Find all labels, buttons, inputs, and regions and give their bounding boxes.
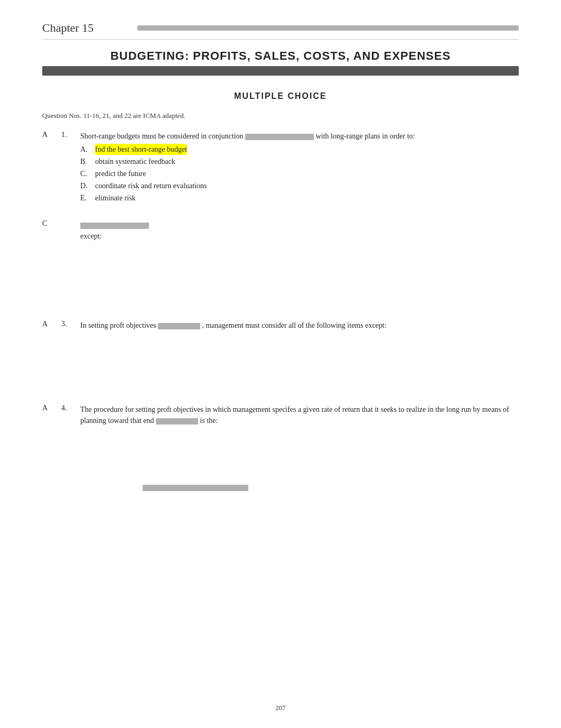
question-row-1: A 1. Short-range budgets must be conside… <box>42 131 519 205</box>
page-number: 207 <box>0 704 561 712</box>
q4-spacer <box>42 441 519 483</box>
answer-1: A <box>42 131 61 139</box>
q3-redact-mid <box>158 323 200 329</box>
q2-redact-prefix <box>80 223 149 229</box>
number-3: 3. <box>61 320 80 328</box>
chapter-title: Chapter 15 <box>42 21 127 35</box>
choice-label-1e: E. <box>80 192 95 204</box>
choice-text-1b: obtain systematic feedback <box>95 156 175 167</box>
q2-spacer <box>42 256 519 320</box>
choice-label-1a: A. <box>80 144 95 155</box>
choice-1c: C. predict the future <box>80 168 519 179</box>
question-block-1: A 1. Short-range budgets must be conside… <box>42 131 519 205</box>
question-content-4: The procedure for setting proft objectiv… <box>80 404 519 426</box>
q1-choices: A. fnd the best short-range budget B. ob… <box>80 144 519 204</box>
q4-redact-end <box>156 418 198 425</box>
choice-text-1d: coordinate risk and return evaluations <box>95 180 207 191</box>
q4-text-main: The procedure for setting proft objectiv… <box>80 406 509 425</box>
section-title: BUDGETING: PROFITS, SALES, COSTS, AND EX… <box>42 49 519 63</box>
question-row-4: A 4. The procedure for setting proft obj… <box>42 404 519 426</box>
choice-text-1a: fnd the best short-range budget <box>95 144 187 155</box>
q1-text-before: Short-range budgets must be considered i… <box>80 132 245 140</box>
q3-spacer <box>42 346 519 404</box>
q3-text-after: , management must consider all of the fo… <box>202 321 386 329</box>
question-content-2: except: <box>80 219 519 242</box>
number-4: 4. <box>61 404 80 412</box>
bottom-redact-area <box>143 483 519 492</box>
answer-2: C <box>42 219 61 228</box>
question-content-3: In setting proft objectives , management… <box>80 320 519 331</box>
q1-text-after: with long-range plans in order to: <box>316 132 415 140</box>
q4-text-isthe: is the: <box>200 417 218 425</box>
choice-1d: D. coordinate risk and return evaluation… <box>80 180 519 191</box>
chapter-progress-bar <box>137 25 519 31</box>
answer-4: A <box>42 404 61 412</box>
choice-text-1e: eliminate risk <box>95 192 136 204</box>
question-row-3: A 3. In setting proft objectives , manag… <box>42 320 519 331</box>
question-block-2: C except: <box>42 219 519 242</box>
choice-text-1c: predict the future <box>95 168 146 179</box>
choice-label-1b: B. <box>80 156 95 167</box>
question-content-1: Short-range budgets must be considered i… <box>80 131 519 205</box>
bottom-redact <box>143 485 248 491</box>
choice-1a: A. fnd the best short-range budget <box>80 144 519 155</box>
q1-redact-mid <box>245 134 314 140</box>
section-subtitle: MULTIPLE CHOICE <box>42 91 519 101</box>
question-block-3: A 3. In setting proft objectives , manag… <box>42 320 519 331</box>
dark-bar <box>42 66 519 76</box>
page: Chapter 15 BUDGETING: PROFITS, SALES, CO… <box>0 0 561 728</box>
answer-3: A <box>42 320 61 328</box>
note-text: Question Nos. 11-16, 21, and 22 are ICMA… <box>42 112 519 120</box>
choice-label-1c: C. <box>80 168 95 179</box>
choice-label-1d: D. <box>80 180 95 191</box>
question-row-2: C except: <box>42 219 519 242</box>
choice-1e: E. eliminate risk <box>80 192 519 204</box>
number-1: 1. <box>61 131 80 139</box>
q2-text-except: except: <box>80 232 101 240</box>
choice-1b: B. obtain systematic feedback <box>80 156 519 167</box>
question-block-4: A 4. The procedure for setting proft obj… <box>42 404 519 426</box>
chapter-header: Chapter 15 <box>42 21 519 40</box>
q3-text-before: In setting proft objectives <box>80 321 158 329</box>
